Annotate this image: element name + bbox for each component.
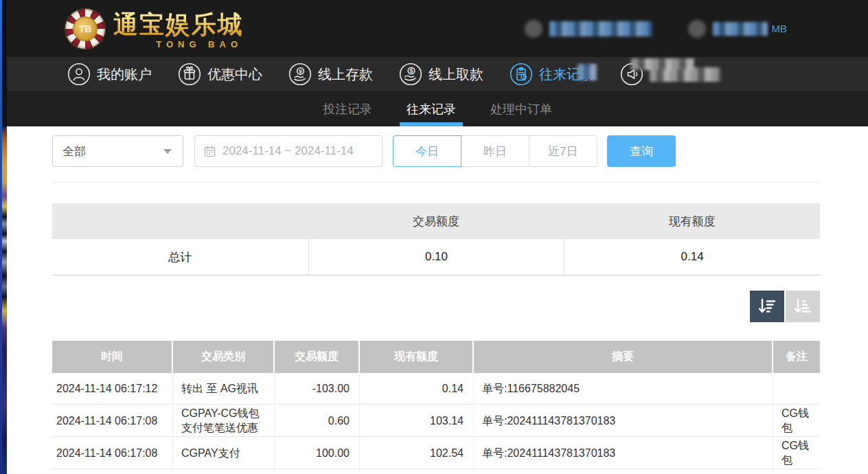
summary-header-empty	[52, 203, 308, 239]
background-window-sliver	[1, 126, 7, 474]
summary-header-current-balance: 现有额度	[564, 203, 820, 239]
window-edge-line	[0, 0, 2, 474]
user-icon	[67, 63, 91, 86]
desktop-edge-sliver	[0, 0, 7, 474]
row-partial	[173, 469, 275, 472]
date-range-value: 2024-11-14 ~ 2024-11-14	[222, 144, 354, 158]
sort-ascending-button[interactable]	[786, 291, 820, 322]
filter-row: 全部 2024-11-14 ~ 2024-11-14 今日 昨日 近7日 查询	[52, 135, 820, 167]
tab-label: 往来记录	[407, 101, 456, 117]
records-table: 时间 交易类别 交易额度 现有额度 摘要 备注 2024-11-14 06:17…	[52, 341, 820, 472]
sort-descending-icon	[757, 296, 777, 317]
username-group[interactable]	[525, 20, 652, 38]
col-header-type[interactable]: 交易类别	[173, 341, 275, 373]
main-nav: 我的账户 优惠中心 ¥ 线上存款	[7, 57, 868, 91]
row-balance: 103.14	[360, 405, 474, 437]
summary-current-balance: 0.14	[564, 239, 820, 275]
tab-label: 处理中订单	[490, 101, 552, 117]
username-blurred	[549, 21, 652, 36]
calendar-icon	[203, 145, 216, 158]
nav-item-announcements[interactable]	[620, 63, 721, 86]
withdraw-icon: $	[399, 63, 422, 86]
select-value: 全部	[62, 144, 86, 159]
col-header-amount[interactable]: 交易额度	[275, 341, 360, 373]
col-header-balance[interactable]: 现有额度	[360, 341, 474, 373]
content-area: 全部 2024-11-14 ~ 2024-11-14 今日 昨日 近7日 查询	[7, 126, 868, 474]
summary-transaction-amount: 0.10	[308, 239, 564, 275]
site-logo[interactable]: TB 通宝娱乐城 TONG BAO	[65, 8, 244, 49]
col-header-time[interactable]: 时间	[52, 341, 173, 373]
balance-currency-suffix: MB	[772, 23, 788, 34]
row-summary: 单号:116675882045	[474, 373, 773, 405]
row-partial	[360, 469, 474, 472]
row-partial	[275, 469, 360, 472]
summary-header-transaction-amount: 交易额度	[308, 203, 564, 239]
nav-label: 往来记录	[539, 65, 594, 84]
row-time: 2024-11-14 06:17:08	[52, 437, 173, 469]
col-header-summary[interactable]: 摘要	[474, 341, 773, 373]
row-partial	[474, 469, 773, 472]
today-button[interactable]: 今日	[393, 135, 461, 167]
summary-total-label: 总计	[52, 239, 308, 275]
nav-item-transaction-records[interactable]: 往来记录	[510, 63, 594, 86]
sort-ascending-icon	[792, 296, 813, 317]
user-avatar-icon	[525, 20, 542, 38]
row-time: 2024-11-14 06:17:08	[52, 405, 173, 437]
deposit-icon: ¥	[288, 63, 312, 86]
col-header-remark[interactable]: 备注	[773, 341, 820, 373]
casino-chip-logo-icon: TB	[65, 9, 105, 49]
row-type: 转出 至 AG视讯	[173, 373, 275, 405]
row-remark	[773, 373, 820, 405]
nav-item-online-deposit[interactable]: ¥ 线上存款	[288, 63, 373, 86]
svg-text:$: $	[410, 67, 413, 74]
site-title: 通宝娱乐城	[113, 8, 244, 42]
date-range-input[interactable]: 2024-11-14 ~ 2024-11-14	[194, 135, 382, 167]
row-partial	[52, 469, 173, 472]
balance-group[interactable]: MB	[688, 20, 788, 38]
svg-text:¥: ¥	[299, 68, 302, 75]
site-subtitle: TONG BAO	[156, 39, 244, 49]
row-amount: 100.00	[275, 437, 360, 469]
records-icon	[510, 63, 533, 86]
tab-label: 投注记录	[323, 101, 372, 117]
tab-betting-records[interactable]: 投注记录	[321, 92, 374, 126]
row-amount: 0.60	[275, 405, 360, 437]
nav-item-online-withdrawal[interactable]: $ 线上取款	[399, 63, 483, 86]
query-button[interactable]: 查询	[607, 135, 676, 167]
balance-blurred	[713, 22, 768, 36]
nav-item-my-account[interactable]: 我的账户	[67, 63, 152, 86]
tab-processing-orders[interactable]: 处理中订单	[489, 92, 553, 126]
gift-icon	[178, 63, 201, 86]
quick-range-group: 今日 昨日 近7日	[393, 135, 597, 167]
tab-transaction-records[interactable]: 往来记录	[405, 92, 457, 126]
yesterday-button[interactable]: 昨日	[461, 135, 529, 167]
nav-blur-overlay	[631, 58, 694, 70]
row-partial	[773, 469, 820, 472]
site-header: TB 通宝娱乐城 TONG BAO MB	[7, 0, 868, 57]
last-7-days-button[interactable]: 近7日	[529, 135, 597, 167]
nav-label: 我的账户	[97, 65, 152, 84]
chevron-down-icon	[163, 149, 172, 154]
row-balance: 0.14	[360, 373, 474, 405]
sort-descending-button[interactable]	[750, 291, 784, 322]
summary-table: 交易额度 现有额度 总计 0.10 0.14	[52, 203, 820, 275]
wallet-icon	[688, 20, 706, 38]
row-summary: 单号:202411143781370183	[474, 437, 773, 469]
row-type: CGPAY-CG钱包支付笔笔送优惠	[173, 405, 275, 437]
nav-label: 线上存款	[318, 65, 373, 84]
record-tabs: 投注记录 往来记录 处理中订单	[7, 91, 868, 126]
transaction-type-select[interactable]: 全部	[52, 135, 183, 167]
chip-monogram: TB	[79, 23, 92, 34]
row-remark: CG钱包	[773, 405, 820, 437]
row-remark: CG钱包	[773, 437, 820, 469]
section-divider	[52, 182, 820, 183]
row-type: CGPAY支付	[173, 437, 275, 469]
header-user-area: MB	[525, 0, 868, 57]
row-time: 2024-11-14 06:17:12	[52, 373, 173, 405]
row-summary: 单号:202411143781370183	[474, 405, 773, 437]
nav-item-promotions[interactable]: 优惠中心	[178, 63, 262, 86]
row-balance: 102.54	[360, 437, 474, 469]
sort-controls	[52, 291, 820, 322]
nav-label: 优惠中心	[207, 65, 262, 84]
label-blur-overlay	[578, 64, 597, 80]
